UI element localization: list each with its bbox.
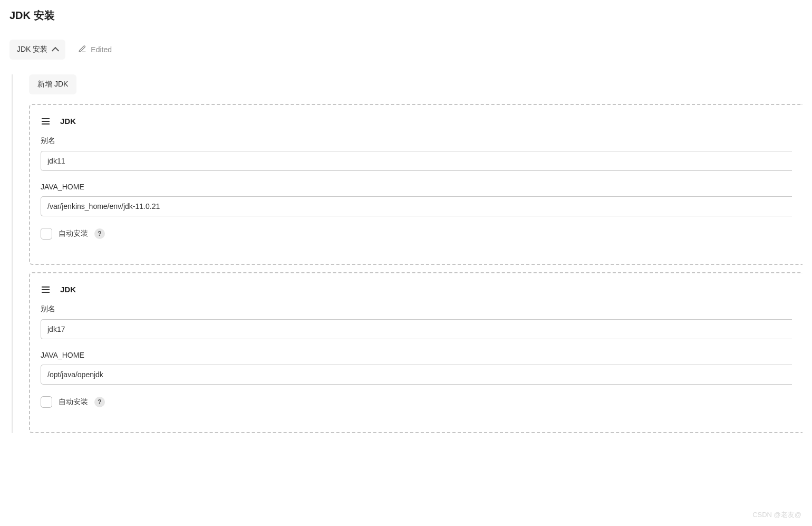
- field-java-home: JAVA_HOME: [41, 351, 792, 385]
- auto-install-checkbox[interactable]: [41, 228, 52, 240]
- section-toggle-label: JDK 安装: [17, 45, 47, 54]
- java-home-label: JAVA_HOME: [41, 351, 792, 359]
- jdk-card-header: JDK: [41, 117, 792, 126]
- alias-input[interactable]: [41, 319, 792, 339]
- alias-input[interactable]: [41, 151, 792, 171]
- add-jdk-button[interactable]: 新增 JDK: [29, 74, 76, 94]
- java-home-input[interactable]: [41, 365, 792, 385]
- auto-install-label: 自动安装: [59, 229, 88, 238]
- chevron-up-icon: [52, 47, 59, 54]
- edited-indicator: Edited: [78, 45, 112, 55]
- field-alias: 别名: [41, 304, 792, 339]
- jdk-card: JDK 别名 JAVA_HOME 自动安装 ?: [29, 104, 803, 265]
- section-toggle-button[interactable]: JDK 安装: [9, 40, 65, 60]
- auto-install-checkbox[interactable]: [41, 396, 52, 408]
- drag-handle-icon[interactable]: [41, 285, 51, 294]
- drag-handle-icon[interactable]: [41, 117, 51, 126]
- auto-install-label: 自动安装: [59, 397, 88, 407]
- java-home-input[interactable]: [41, 196, 792, 216]
- alias-label: 别名: [41, 136, 792, 146]
- jdk-card-header: JDK: [41, 285, 792, 294]
- help-icon[interactable]: ?: [94, 397, 105, 407]
- section-header: JDK 安装 Edited: [9, 40, 803, 60]
- jdk-card-title: JDK: [60, 117, 76, 126]
- field-alias: 别名: [41, 136, 792, 171]
- auto-install-row: 自动安装 ?: [41, 228, 792, 240]
- auto-install-row: 自动安装 ?: [41, 396, 792, 408]
- java-home-label: JAVA_HOME: [41, 183, 792, 191]
- alias-label: 别名: [41, 304, 792, 314]
- page-title: JDK 安装: [9, 8, 803, 23]
- field-java-home: JAVA_HOME: [41, 183, 792, 216]
- jdk-card: JDK 别名 JAVA_HOME 自动安装 ?: [29, 272, 803, 433]
- pencil-icon: [78, 45, 86, 55]
- content-body: 新增 JDK JDK 别名 JAVA_HOME 自动安装 ? JDK: [12, 74, 803, 433]
- jdk-card-title: JDK: [60, 285, 76, 294]
- edited-label: Edited: [91, 45, 112, 54]
- help-icon[interactable]: ?: [94, 228, 105, 239]
